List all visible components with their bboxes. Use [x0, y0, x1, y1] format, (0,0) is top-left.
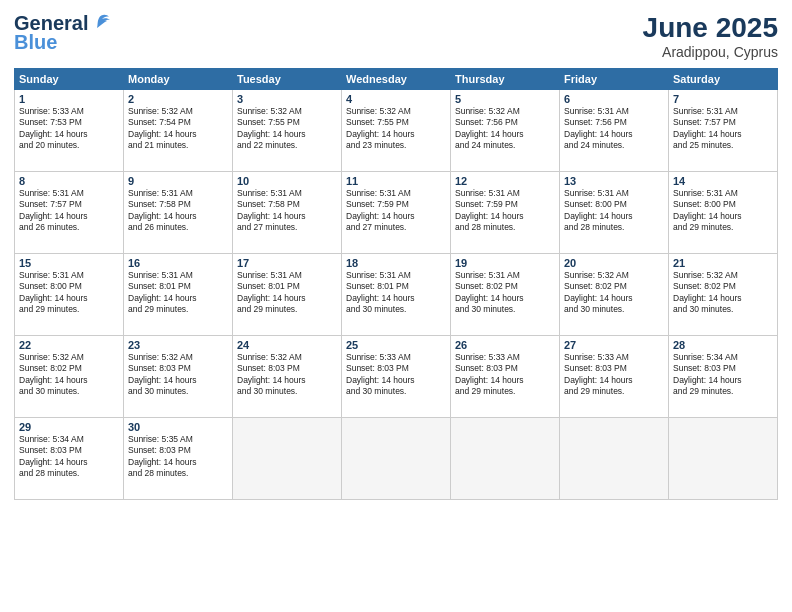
day-number: 15 — [19, 257, 119, 269]
day-number: 4 — [346, 93, 446, 105]
calendar-cell-w2-d6: 21Sunrise: 5:32 AMSunset: 8:02 PMDayligh… — [669, 254, 778, 336]
cell-info: Sunrise: 5:35 AMSunset: 8:03 PMDaylight:… — [128, 434, 228, 480]
calendar-table: Sunday Monday Tuesday Wednesday Thursday… — [14, 68, 778, 500]
logo: General Blue — [14, 12, 111, 54]
calendar-cell-w4-d0: 29Sunrise: 5:34 AMSunset: 8:03 PMDayligh… — [15, 418, 124, 500]
day-number: 23 — [128, 339, 228, 351]
calendar-cell-w3-d4: 26Sunrise: 5:33 AMSunset: 8:03 PMDayligh… — [451, 336, 560, 418]
calendar-cell-w3-d2: 24Sunrise: 5:32 AMSunset: 8:03 PMDayligh… — [233, 336, 342, 418]
cell-info: Sunrise: 5:34 AMSunset: 8:03 PMDaylight:… — [673, 352, 773, 398]
day-number: 22 — [19, 339, 119, 351]
calendar-cell-w1-d2: 10Sunrise: 5:31 AMSunset: 7:58 PMDayligh… — [233, 172, 342, 254]
calendar-cell-w0-d2: 3Sunrise: 5:32 AMSunset: 7:55 PMDaylight… — [233, 90, 342, 172]
calendar-cell-w1-d3: 11Sunrise: 5:31 AMSunset: 7:59 PMDayligh… — [342, 172, 451, 254]
day-number: 16 — [128, 257, 228, 269]
day-number: 27 — [564, 339, 664, 351]
day-number: 24 — [237, 339, 337, 351]
cell-info: Sunrise: 5:31 AMSunset: 7:59 PMDaylight:… — [455, 188, 555, 234]
page: General Blue June 2025 Aradippou, Cyprus… — [0, 0, 792, 612]
cell-info: Sunrise: 5:31 AMSunset: 7:58 PMDaylight:… — [237, 188, 337, 234]
cell-info: Sunrise: 5:33 AMSunset: 8:03 PMDaylight:… — [564, 352, 664, 398]
calendar-cell-w3-d5: 27Sunrise: 5:33 AMSunset: 8:03 PMDayligh… — [560, 336, 669, 418]
logo-blue: Blue — [14, 31, 57, 54]
cell-info: Sunrise: 5:32 AMSunset: 8:02 PMDaylight:… — [564, 270, 664, 316]
day-number: 2 — [128, 93, 228, 105]
day-number: 18 — [346, 257, 446, 269]
calendar-cell-w1-d1: 9Sunrise: 5:31 AMSunset: 7:58 PMDaylight… — [124, 172, 233, 254]
calendar-cell-w1-d4: 12Sunrise: 5:31 AMSunset: 7:59 PMDayligh… — [451, 172, 560, 254]
cell-info: Sunrise: 5:34 AMSunset: 8:03 PMDaylight:… — [19, 434, 119, 480]
cell-info: Sunrise: 5:32 AMSunset: 7:55 PMDaylight:… — [346, 106, 446, 152]
cell-info: Sunrise: 5:32 AMSunset: 7:54 PMDaylight:… — [128, 106, 228, 152]
day-number: 19 — [455, 257, 555, 269]
col-friday: Friday — [560, 69, 669, 90]
cell-info: Sunrise: 5:31 AMSunset: 8:01 PMDaylight:… — [128, 270, 228, 316]
calendar-cell-w4-d5 — [560, 418, 669, 500]
col-sunday: Sunday — [15, 69, 124, 90]
calendar-cell-w2-d1: 16Sunrise: 5:31 AMSunset: 8:01 PMDayligh… — [124, 254, 233, 336]
header: General Blue June 2025 Aradippou, Cyprus — [14, 12, 778, 60]
calendar-cell-w0-d1: 2Sunrise: 5:32 AMSunset: 7:54 PMDaylight… — [124, 90, 233, 172]
calendar-week-3: 22Sunrise: 5:32 AMSunset: 8:02 PMDayligh… — [15, 336, 778, 418]
calendar-cell-w2-d4: 19Sunrise: 5:31 AMSunset: 8:02 PMDayligh… — [451, 254, 560, 336]
day-number: 20 — [564, 257, 664, 269]
calendar-cell-w4-d1: 30Sunrise: 5:35 AMSunset: 8:03 PMDayligh… — [124, 418, 233, 500]
calendar-cell-w4-d4 — [451, 418, 560, 500]
calendar-cell-w0-d3: 4Sunrise: 5:32 AMSunset: 7:55 PMDaylight… — [342, 90, 451, 172]
calendar-week-0: 1Sunrise: 5:33 AMSunset: 7:53 PMDaylight… — [15, 90, 778, 172]
calendar-week-1: 8Sunrise: 5:31 AMSunset: 7:57 PMDaylight… — [15, 172, 778, 254]
cell-info: Sunrise: 5:32 AMSunset: 8:03 PMDaylight:… — [237, 352, 337, 398]
calendar-week-4: 29Sunrise: 5:34 AMSunset: 8:03 PMDayligh… — [15, 418, 778, 500]
day-number: 14 — [673, 175, 773, 187]
calendar-header-row: Sunday Monday Tuesday Wednesday Thursday… — [15, 69, 778, 90]
calendar-cell-w2-d5: 20Sunrise: 5:32 AMSunset: 8:02 PMDayligh… — [560, 254, 669, 336]
cell-info: Sunrise: 5:32 AMSunset: 7:55 PMDaylight:… — [237, 106, 337, 152]
cell-info: Sunrise: 5:31 AMSunset: 7:56 PMDaylight:… — [564, 106, 664, 152]
cell-info: Sunrise: 5:31 AMSunset: 7:59 PMDaylight:… — [346, 188, 446, 234]
day-number: 21 — [673, 257, 773, 269]
day-number: 10 — [237, 175, 337, 187]
calendar-cell-w3-d1: 23Sunrise: 5:32 AMSunset: 8:03 PMDayligh… — [124, 336, 233, 418]
cell-info: Sunrise: 5:31 AMSunset: 7:58 PMDaylight:… — [128, 188, 228, 234]
cell-info: Sunrise: 5:31 AMSunset: 8:00 PMDaylight:… — [19, 270, 119, 316]
day-number: 13 — [564, 175, 664, 187]
col-wednesday: Wednesday — [342, 69, 451, 90]
calendar-cell-w1-d6: 14Sunrise: 5:31 AMSunset: 8:00 PMDayligh… — [669, 172, 778, 254]
cell-info: Sunrise: 5:31 AMSunset: 8:02 PMDaylight:… — [455, 270, 555, 316]
day-number: 7 — [673, 93, 773, 105]
day-number: 25 — [346, 339, 446, 351]
day-number: 26 — [455, 339, 555, 351]
title-section: June 2025 Aradippou, Cyprus — [643, 12, 778, 60]
calendar-cell-w0-d6: 7Sunrise: 5:31 AMSunset: 7:57 PMDaylight… — [669, 90, 778, 172]
cell-info: Sunrise: 5:33 AMSunset: 8:03 PMDaylight:… — [346, 352, 446, 398]
day-number: 30 — [128, 421, 228, 433]
col-saturday: Saturday — [669, 69, 778, 90]
day-number: 3 — [237, 93, 337, 105]
day-number: 6 — [564, 93, 664, 105]
calendar-cell-w2-d0: 15Sunrise: 5:31 AMSunset: 8:00 PMDayligh… — [15, 254, 124, 336]
calendar-cell-w1-d0: 8Sunrise: 5:31 AMSunset: 7:57 PMDaylight… — [15, 172, 124, 254]
calendar-cell-w2-d2: 17Sunrise: 5:31 AMSunset: 8:01 PMDayligh… — [233, 254, 342, 336]
location-subtitle: Aradippou, Cyprus — [643, 44, 778, 60]
day-number: 17 — [237, 257, 337, 269]
day-number: 29 — [19, 421, 119, 433]
calendar-cell-w4-d6 — [669, 418, 778, 500]
calendar-cell-w3-d3: 25Sunrise: 5:33 AMSunset: 8:03 PMDayligh… — [342, 336, 451, 418]
day-number: 11 — [346, 175, 446, 187]
cell-info: Sunrise: 5:32 AMSunset: 8:02 PMDaylight:… — [673, 270, 773, 316]
calendar-cell-w0-d0: 1Sunrise: 5:33 AMSunset: 7:53 PMDaylight… — [15, 90, 124, 172]
day-number: 8 — [19, 175, 119, 187]
cell-info: Sunrise: 5:32 AMSunset: 8:03 PMDaylight:… — [128, 352, 228, 398]
day-number: 9 — [128, 175, 228, 187]
cell-info: Sunrise: 5:32 AMSunset: 8:02 PMDaylight:… — [19, 352, 119, 398]
day-number: 1 — [19, 93, 119, 105]
logo-bird-icon — [89, 14, 111, 32]
month-title: June 2025 — [643, 12, 778, 44]
day-number: 5 — [455, 93, 555, 105]
col-tuesday: Tuesday — [233, 69, 342, 90]
cell-info: Sunrise: 5:31 AMSunset: 8:01 PMDaylight:… — [346, 270, 446, 316]
cell-info: Sunrise: 5:32 AMSunset: 7:56 PMDaylight:… — [455, 106, 555, 152]
calendar-cell-w2-d3: 18Sunrise: 5:31 AMSunset: 8:01 PMDayligh… — [342, 254, 451, 336]
calendar-week-2: 15Sunrise: 5:31 AMSunset: 8:00 PMDayligh… — [15, 254, 778, 336]
col-thursday: Thursday — [451, 69, 560, 90]
